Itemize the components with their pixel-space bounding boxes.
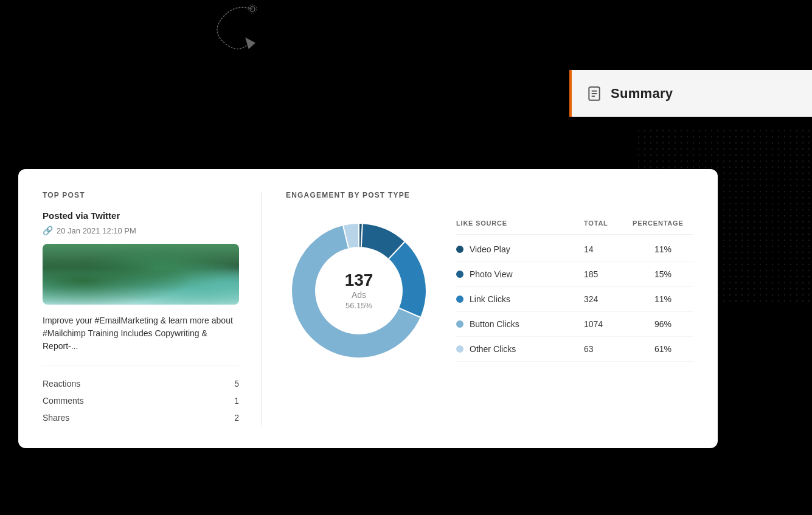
source-name: Video Play (470, 244, 510, 254)
stat-comments: Comments 1 (43, 392, 239, 409)
pct-cell: 11% (633, 294, 693, 304)
source-cell: Other Clicks (456, 344, 584, 354)
arrow-decoration (198, 0, 271, 67)
engagement-panel: ENGAGEMENT BY POST TYPE 137 Ads 56.15% L… (286, 191, 693, 426)
donut-center: 137 Ads 56.15% (345, 272, 373, 310)
table-row: Button Clicks 1074 96% (456, 312, 693, 337)
table-row: Video Play 14 11% (456, 237, 693, 262)
source-dot (456, 320, 463, 328)
top-post-title: TOP POST (43, 191, 239, 199)
post-date: 🔗 20 Jan 2021 12:10 PM (43, 226, 239, 235)
comments-label: Comments (43, 396, 84, 406)
donut-percentage: 56.15% (345, 301, 373, 310)
post-stats: Reactions 5 Comments 1 Shares 2 (43, 365, 239, 426)
total-cell: 14 (584, 244, 633, 254)
summary-tab[interactable]: Summary (569, 70, 812, 117)
pct-cell: 96% (633, 319, 693, 329)
donut-label: Ads (345, 290, 373, 300)
shares-value: 2 (234, 413, 239, 423)
stat-reactions: Reactions 5 (43, 375, 239, 392)
engagement-content: 137 Ads 56.15% LIKE SOURCE TOTAL PERCENT… (286, 218, 693, 364)
source-cell: Button Clicks (456, 319, 584, 329)
engagement-title: ENGAGEMENT BY POST TYPE (286, 191, 693, 199)
total-cell: 63 (584, 344, 633, 354)
table-row: Photo View 185 15% (456, 262, 693, 287)
post-platform: Posted via Twitter (43, 210, 239, 221)
table-row: Other Clicks 63 61% (456, 337, 693, 362)
summary-title: Summary (611, 86, 673, 102)
col-total: TOTAL (584, 219, 633, 227)
link-icon: 🔗 (43, 226, 53, 235)
col-source: LIKE SOURCE (456, 219, 584, 227)
pct-cell: 61% (633, 344, 693, 354)
shares-label: Shares (43, 413, 69, 423)
source-dot (456, 271, 463, 278)
total-cell: 1074 (584, 319, 633, 329)
reactions-label: Reactions (43, 379, 80, 389)
source-cell: Photo View (456, 269, 584, 279)
pct-cell: 11% (633, 244, 693, 254)
total-cell: 324 (584, 294, 633, 304)
pct-cell: 15% (633, 269, 693, 279)
comments-value: 1 (234, 396, 239, 406)
table-row: Link Clicks 324 11% (456, 287, 693, 312)
document-icon (586, 86, 602, 102)
table-header: LIKE SOURCE TOTAL PERCENTAGE (456, 219, 693, 235)
engagement-table: LIKE SOURCE TOTAL PERCENTAGE Video Play … (456, 219, 693, 362)
reactions-value: 5 (234, 379, 239, 389)
source-name: Photo View (470, 269, 513, 279)
source-name: Other Clicks (470, 344, 516, 354)
source-dot (456, 345, 463, 353)
donut-chart: 137 Ads 56.15% (286, 218, 432, 364)
total-cell: 185 (584, 269, 633, 279)
donut-total: 137 (345, 272, 373, 289)
source-cell: Video Play (456, 244, 584, 254)
main-card: TOP POST Posted via Twitter 🔗 20 Jan 202… (18, 169, 718, 448)
col-pct: PERCENTAGE (633, 219, 693, 227)
post-content: Improve your #EmailMarketing & learn mor… (43, 314, 239, 353)
table-rows: Video Play 14 11% Photo View 185 15% Lin… (456, 237, 693, 362)
post-image (43, 244, 239, 305)
source-dot (456, 246, 463, 253)
source-name: Link Clicks (470, 294, 510, 304)
svg-marker-0 (245, 36, 256, 49)
source-dot (456, 296, 463, 303)
top-post-panel: TOP POST Posted via Twitter 🔗 20 Jan 202… (43, 191, 262, 426)
source-name: Button Clicks (470, 319, 519, 329)
source-cell: Link Clicks (456, 294, 584, 304)
stat-shares: Shares 2 (43, 409, 239, 426)
